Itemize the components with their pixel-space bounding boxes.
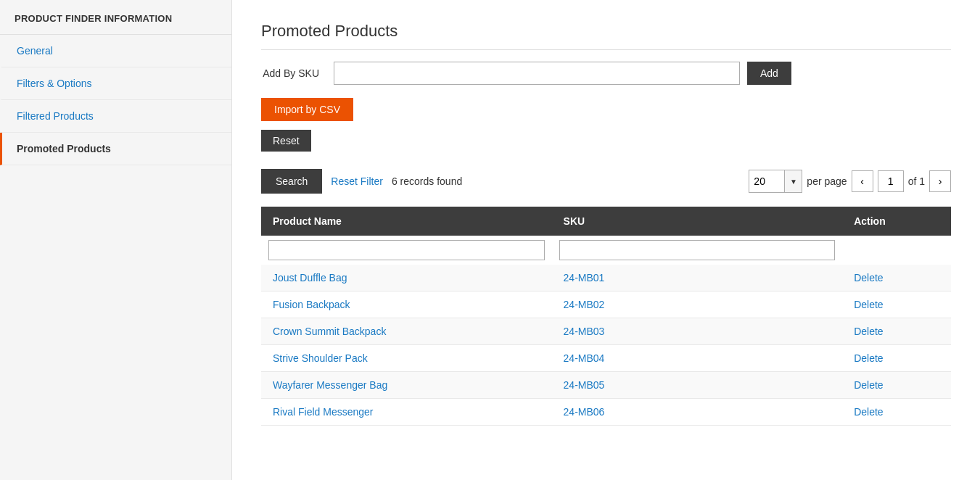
search-bar: Search Reset Filter 6 records found ▼ pe…	[261, 169, 951, 194]
add-sku-input[interactable]	[334, 62, 740, 85]
reset-wrapper: Reset	[261, 130, 951, 169]
col-product-name: Product Name	[261, 207, 552, 236]
product-name-link[interactable]: Joust Duffle Bag	[273, 272, 347, 284]
sku-link[interactable]: 24-MB06	[564, 406, 605, 418]
filter-row	[261, 236, 951, 265]
sku-link[interactable]: 24-MB01	[564, 272, 605, 284]
product-name-link[interactable]: Wayfarer Messenger Bag	[273, 379, 387, 391]
add-sku-label: Add By SKU	[261, 67, 326, 79]
sidebar-title: PRODUCT FINDER INFORMATION	[0, 0, 231, 35]
table-row: Rival Field Messenger24-MB06Delete	[261, 399, 951, 426]
reset-filter-button[interactable]: Reset Filter	[331, 175, 383, 187]
import-csv-wrapper: Import by CSV	[261, 98, 951, 130]
product-name-link[interactable]: Strive Shoulder Pack	[273, 352, 368, 364]
product-name-link[interactable]: Rival Field Messenger	[273, 406, 374, 418]
delete-link[interactable]: Delete	[854, 406, 883, 418]
per-page-dropdown-arrow[interactable]: ▼	[784, 170, 802, 192]
sku-link[interactable]: 24-MB04	[564, 352, 605, 364]
table-header-row: Product Name SKU Action	[261, 207, 951, 236]
sidebar: PRODUCT FINDER INFORMATION GeneralFilter…	[0, 0, 232, 480]
table-row: Crown Summit Backpack24-MB03Delete	[261, 318, 951, 345]
table-row: Joust Duffle Bag24-MB01Delete	[261, 265, 951, 291]
col-sku: SKU	[552, 207, 843, 236]
reset-button[interactable]: Reset	[261, 130, 311, 152]
next-page-button[interactable]: ›	[929, 170, 951, 192]
delete-link[interactable]: Delete	[854, 272, 883, 284]
page-title: Promoted Products	[261, 22, 951, 50]
table-row: Strive Shoulder Pack24-MB04Delete	[261, 345, 951, 372]
sidebar-item-promoted-products[interactable]: Promoted Products	[0, 133, 231, 165]
sidebar-nav: GeneralFilters & OptionsFiltered Product…	[0, 35, 231, 165]
main-content: Promoted Products Add By SKU Add Import …	[232, 0, 980, 480]
product-name-link[interactable]: Fusion Backpack	[273, 299, 350, 310]
table-row: Fusion Backpack24-MB02Delete	[261, 291, 951, 318]
layout: PRODUCT FINDER INFORMATION GeneralFilter…	[0, 0, 980, 480]
current-page-input[interactable]	[878, 170, 904, 192]
sku-link[interactable]: 24-MB03	[564, 326, 605, 337]
sidebar-item-general[interactable]: General	[0, 35, 231, 67]
delete-link[interactable]: Delete	[854, 379, 883, 391]
col-action: Action	[842, 207, 951, 236]
filter-product-name-input[interactable]	[268, 240, 545, 260]
per-page-label: per page	[807, 175, 847, 187]
products-table: Product Name SKU Action Joust Duffle Bag…	[261, 207, 951, 426]
sku-link[interactable]: 24-MB05	[564, 379, 605, 391]
search-button[interactable]: Search	[261, 169, 322, 194]
table-row: Wayfarer Messenger Bag24-MB05Delete	[261, 372, 951, 399]
product-name-link[interactable]: Crown Summit Backpack	[273, 326, 386, 337]
records-found: 6 records found	[392, 175, 462, 187]
sidebar-item-filters-options[interactable]: Filters & Options	[0, 67, 231, 100]
import-csv-button[interactable]: Import by CSV	[261, 98, 353, 121]
per-page-input[interactable]	[749, 170, 784, 192]
pagination-group: ▼ per page ‹ of 1 ›	[749, 170, 951, 193]
of-label: of 1	[908, 175, 925, 187]
add-sku-row: Add By SKU Add	[261, 62, 951, 85]
delete-link[interactable]: Delete	[854, 352, 883, 364]
sidebar-item-filtered-products[interactable]: Filtered Products	[0, 100, 231, 133]
prev-page-button[interactable]: ‹	[852, 170, 873, 192]
filter-sku-input[interactable]	[559, 240, 836, 260]
delete-link[interactable]: Delete	[854, 326, 883, 337]
sku-link[interactable]: 24-MB02	[564, 299, 605, 310]
per-page-select-wrap: ▼	[749, 170, 802, 193]
add-button[interactable]: Add	[747, 62, 791, 85]
delete-link[interactable]: Delete	[854, 299, 883, 310]
